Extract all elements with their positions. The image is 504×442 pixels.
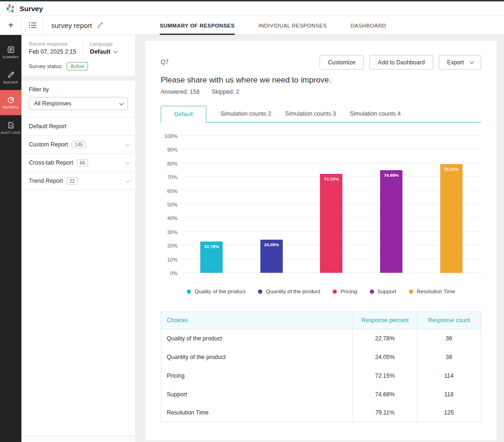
- legend-item-quality-of-the-product[interactable]: Quality of the product: [187, 289, 245, 294]
- main-nav-tabs: SUMMARY OF RESPONSESINDIVIDUAL RESPONSES…: [160, 16, 386, 35]
- bar-quality-of-the-product[interactable]: 22.78%: [200, 242, 223, 273]
- language-selector[interactable]: Default: [90, 48, 116, 55]
- table-row: Support74.68%118: [161, 385, 481, 404]
- legend-item-quantity-of-the-product[interactable]: Quantity of the product: [258, 289, 320, 294]
- bar-resolution-time[interactable]: 79.11%: [440, 164, 463, 273]
- y-tick-label: 60%: [167, 188, 177, 194]
- recent-response-value: Feb 07, 2025 2:15: [29, 48, 80, 55]
- table-cell: 24.05%: [353, 348, 417, 366]
- audit-logs-icon: [7, 121, 15, 129]
- recent-response-label: Recent response: [29, 41, 80, 47]
- add-button[interactable]: +: [0, 16, 22, 35]
- nav-tab-dashboard[interactable]: DASHBOARD: [351, 16, 386, 35]
- survey-logo-icon: [6, 3, 16, 14]
- bar-quantity-of-the-product[interactable]: 24.05%: [260, 240, 283, 273]
- x-tick: [242, 273, 302, 276]
- sub-tab-default[interactable]: Default: [161, 106, 206, 123]
- builder-icon: [7, 71, 15, 79]
- responses-filter-select[interactable]: All Responses: [29, 97, 128, 110]
- brand-bar: Survey: [0, 1, 504, 16]
- table-cell: 38: [417, 348, 481, 366]
- sidebar-item-label: BUILDER: [4, 81, 18, 84]
- brand-name: Survey: [20, 5, 43, 13]
- report-type-list: Default ReportCustom Report145Cross-tab …: [21, 117, 135, 190]
- bar-slot: 79.11%: [421, 136, 481, 273]
- language-label: Language: [90, 41, 116, 47]
- plot-area: 22.78%24.05%72.15%74.68%79.11%: [182, 136, 481, 273]
- add-to-dashboard-button[interactable]: Add to Dashboard: [369, 55, 433, 69]
- bars-layer: 22.78%24.05%72.15%74.68%79.11%: [182, 136, 481, 273]
- legend-item-pricing[interactable]: Pricing: [333, 289, 357, 294]
- sub-tab-simulation-counts-3[interactable]: Simulation counts 3: [278, 105, 343, 122]
- list-icon-glyph: [29, 22, 36, 28]
- table-cell: 74.68%: [353, 385, 417, 404]
- status-badge: Active: [67, 62, 88, 70]
- table-row: Quality of the product22.78%36: [161, 329, 481, 348]
- chevron-down-icon: [113, 48, 118, 53]
- table-cell: 125: [417, 404, 481, 422]
- table-header-response-percent: Response percent: [353, 312, 417, 329]
- report-row-custom-report[interactable]: Custom Report145: [21, 136, 135, 154]
- app-sidebar: SUMMARYBUILDERREPORTSAUDIT LOGS: [0, 35, 21, 442]
- legend-item-support[interactable]: Support: [370, 289, 396, 294]
- bar-value-label: 74.68%: [380, 173, 402, 178]
- y-tick-label: 20%: [167, 243, 177, 249]
- nav-tab-individual-responses[interactable]: INDIVIDUAL RESPONSES: [259, 16, 327, 35]
- legend-item-resolution-time[interactable]: Resolution Time: [409, 289, 455, 294]
- sidebar-item-label: SUMMARY: [2, 55, 19, 59]
- table-cell: 72.15%: [353, 366, 417, 385]
- table-header-choices: Choices: [161, 312, 353, 329]
- left-panel: Recent response Feb 07, 2025 2:15 Langua…: [21, 35, 135, 442]
- list-icon[interactable]: [22, 16, 43, 35]
- report-row-label: Default Report: [29, 123, 67, 130]
- y-tick-label: 50%: [167, 202, 177, 207]
- sub-tab-simulation-counts-2[interactable]: Simulation counts 2: [213, 105, 278, 122]
- x-axis-ticks: [182, 273, 481, 276]
- edit-title-icon[interactable]: [97, 22, 103, 28]
- x-tick: [421, 273, 481, 276]
- sidebar-item-reports[interactable]: REPORTS: [0, 90, 21, 115]
- filter-by-label: Filter by: [29, 86, 128, 93]
- report-count-badge: 66: [77, 159, 88, 166]
- report-row-label: Trend Report: [29, 178, 63, 184]
- table-row: Pricing72.15%114: [161, 366, 481, 385]
- table-cell: Pricing: [161, 366, 353, 385]
- customize-button[interactable]: Customize: [320, 55, 364, 69]
- report-row-trend-report[interactable]: Trend Report22: [21, 172, 135, 190]
- bar-slot: 72.15%: [301, 136, 361, 273]
- table-cell: Support: [161, 385, 353, 404]
- nav-tab-summary-of-responses[interactable]: SUMMARY OF RESPONSES: [160, 16, 235, 35]
- report-row-label: Cross-tab Report: [29, 159, 73, 166]
- table-header-response-count: Response count: [417, 312, 481, 329]
- legend-dot: [187, 290, 191, 294]
- report-row-default-report[interactable]: Default Report: [21, 117, 135, 136]
- sidebar-item-builder[interactable]: BUILDER: [0, 65, 21, 90]
- table-cell: 22.78%: [353, 329, 417, 348]
- sidebar-item-summary[interactable]: SUMMARY: [0, 40, 21, 65]
- answered-count: Answered: 158: [161, 89, 199, 95]
- legend-label: Pricing: [341, 289, 357, 294]
- report-row-cross-tab-report[interactable]: Cross-tab Report66: [21, 154, 135, 172]
- reports-icon: [7, 96, 15, 104]
- table-cell: Quantity of the product: [161, 348, 353, 366]
- bar-pricing[interactable]: 72.15%: [320, 174, 342, 273]
- x-tick: [301, 273, 361, 276]
- bar-chart: 0%10%20%30%40%50%60%70%80%90%100% 22.78%…: [161, 136, 481, 273]
- question-report-card: Q7 Customize Add to Dashboard Export Ple…: [145, 41, 497, 440]
- sidebar-item-audit-logs[interactable]: AUDIT LOGS: [0, 115, 21, 140]
- panel-footer: [21, 436, 135, 442]
- toolbar: + survey report SUMMARY OF RESPONSESINDI…: [0, 16, 504, 35]
- bar-slot: 24.05%: [242, 136, 302, 273]
- y-axis: 0%10%20%30%40%50%60%70%80%90%100%: [161, 136, 182, 273]
- sidebar-item-label: AUDIT LOGS: [1, 131, 20, 134]
- bar-support[interactable]: 74.68%: [380, 170, 402, 273]
- bar-value-label: 22.78%: [200, 244, 223, 249]
- y-tick-label: 80%: [167, 161, 177, 166]
- chart-legend: Quality of the productQuantity of the pr…: [161, 289, 481, 294]
- sub-tab-simulation-counts-4[interactable]: Simulation counts 4: [343, 105, 408, 122]
- export-button[interactable]: Export: [439, 55, 481, 69]
- y-tick-label: 30%: [167, 229, 177, 235]
- legend-dot: [258, 290, 262, 294]
- y-tick-label: 10%: [167, 257, 177, 262]
- question-number: Q7: [161, 55, 169, 65]
